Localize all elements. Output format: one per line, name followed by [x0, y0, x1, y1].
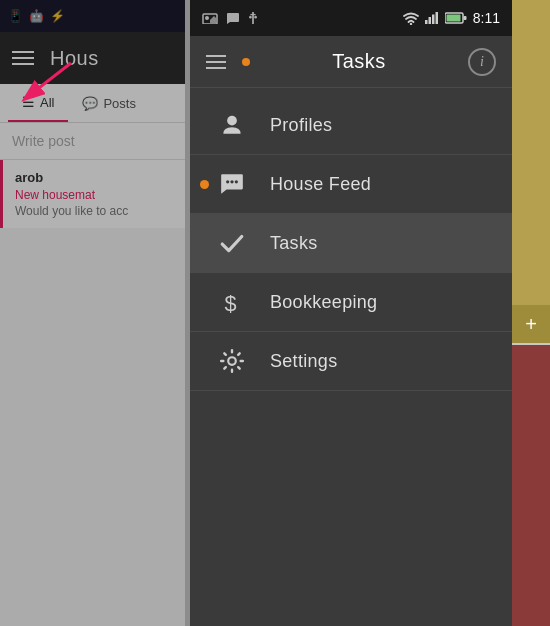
right-panel-bottom	[512, 345, 550, 626]
svg-rect-12	[432, 15, 435, 25]
menu-item-tasks[interactable]: Tasks	[190, 214, 512, 273]
right-panel-top	[512, 0, 550, 320]
profile-icon	[214, 112, 250, 138]
orange-dot	[242, 58, 250, 66]
svg-rect-13	[435, 12, 438, 24]
svg-point-20	[235, 180, 238, 183]
photo-icon	[202, 12, 218, 24]
menu-item-house-feed[interactable]: House Feed	[190, 155, 512, 214]
gear-icon	[214, 348, 250, 374]
message-icon	[226, 12, 240, 24]
svg-rect-15	[463, 16, 466, 20]
svg-rect-16	[446, 15, 460, 22]
settings-label: Settings	[270, 351, 337, 372]
house-feed-notification-dot	[200, 180, 209, 189]
menu-item-settings[interactable]: Settings	[190, 332, 512, 391]
svg-rect-11	[428, 17, 431, 24]
signal-icon	[425, 12, 439, 24]
house-feed-label: House Feed	[270, 174, 371, 195]
svg-rect-10	[425, 20, 428, 24]
svg-text:$: $	[224, 291, 236, 315]
svg-point-3	[205, 16, 209, 20]
drawer-header: Tasks i	[190, 36, 512, 88]
statusbar-left	[202, 12, 258, 24]
svg-point-18	[226, 180, 229, 183]
navigation-drawer: 8:11 Tasks i Profiles	[190, 0, 512, 626]
checkmark-icon	[214, 230, 250, 256]
bookkeeping-label: Bookkeeping	[270, 292, 377, 313]
statusbar-right: 8:11	[403, 10, 500, 26]
drawer-menu: Profiles House Feed Tasks	[190, 88, 512, 391]
info-button[interactable]: i	[468, 48, 496, 76]
svg-point-22	[228, 357, 236, 365]
drawer-statusbar: 8:11	[190, 0, 512, 36]
svg-marker-4	[210, 16, 217, 23]
red-arrow	[6, 58, 76, 122]
svg-point-17	[227, 116, 237, 126]
svg-point-7	[249, 16, 252, 19]
profiles-label: Profiles	[270, 115, 332, 136]
svg-point-8	[254, 16, 257, 19]
dollar-icon: $	[214, 289, 250, 315]
drawer-title: Tasks	[250, 50, 468, 73]
add-button[interactable]: +	[512, 305, 550, 343]
wifi-icon	[403, 12, 419, 25]
info-button-label: i	[480, 54, 484, 70]
drawer-header-left	[206, 55, 250, 69]
svg-point-19	[230, 180, 233, 183]
chat-icon	[214, 171, 250, 197]
usb-icon	[248, 12, 258, 24]
menu-item-bookkeeping[interactable]: $ Bookkeeping	[190, 273, 512, 332]
battery-icon	[445, 12, 467, 24]
statusbar-time: 8:11	[473, 10, 500, 26]
svg-point-9	[410, 22, 412, 24]
svg-line-1	[26, 63, 71, 98]
tasks-label: Tasks	[270, 233, 318, 254]
menu-item-profiles[interactable]: Profiles	[190, 96, 512, 155]
drawer-hamburger-icon[interactable]	[206, 55, 226, 69]
